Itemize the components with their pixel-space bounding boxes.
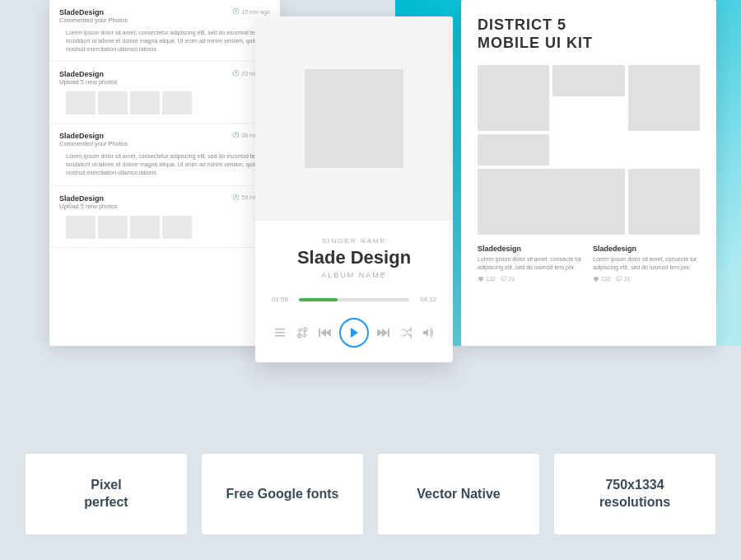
district-image-grid bbox=[478, 65, 700, 235]
post-stats: 132 21 bbox=[593, 276, 700, 282]
svg-rect-9 bbox=[388, 329, 389, 337]
feed-item: SladeDesign Upload 5 new photos 🕐 23 min… bbox=[49, 62, 280, 124]
feed-image-thumb bbox=[98, 91, 128, 114]
feed-image-thumb bbox=[162, 91, 192, 114]
post-author: Sladedesign bbox=[478, 245, 585, 253]
feed-item-header: SladeDesign Upload 5 new photos 🕐 23 min… bbox=[59, 70, 270, 86]
list-button[interactable] bbox=[272, 324, 288, 341]
district-image bbox=[478, 134, 549, 166]
social-feed-wrapper: SladeDesign Commented your Photos 🕐 15 m… bbox=[25, 0, 255, 346]
post-stats: 132 21 bbox=[478, 276, 585, 282]
singer-name: Slade Design bbox=[272, 248, 436, 268]
progress-bar-fill bbox=[299, 298, 338, 301]
svg-rect-11 bbox=[501, 277, 506, 280]
district-title-line1: DISTRICT 5 bbox=[478, 16, 566, 33]
district-posts: Sladedesign Lorem ipsum dolor sit amet, … bbox=[478, 245, 700, 282]
feed-item: SladeDesign Commented your Photos 🕐 15 m… bbox=[49, 0, 280, 62]
feature-box-label: Pixelperfect bbox=[84, 477, 128, 511]
feed-image-thumb bbox=[98, 216, 128, 239]
feed-action: Commented your Photos bbox=[59, 140, 128, 147]
feature-box-label: Free Google fonts bbox=[226, 486, 339, 503]
clock-icon: 🕐 bbox=[232, 8, 240, 15]
feed-username: SladeDesign bbox=[59, 8, 128, 16]
comments-count: 21 bbox=[624, 276, 631, 282]
district-image bbox=[478, 169, 625, 235]
feature-box-label: Vector Native bbox=[417, 486, 500, 503]
district-title-line2: MOBILE UI KIT bbox=[478, 35, 593, 51]
feed-username: SladeDesign bbox=[59, 70, 117, 78]
player-info: SINGER NAME Slade Design Album name bbox=[255, 221, 453, 287]
feed-item-header: SladeDesign Commented your Photos 🕐 38 m… bbox=[59, 132, 270, 147]
progress-bar[interactable] bbox=[299, 298, 409, 301]
volume-button[interactable] bbox=[420, 324, 436, 341]
svg-marker-7 bbox=[382, 329, 388, 337]
post-text: Lorem ipsum dolor sit amet, consecte tur… bbox=[593, 255, 700, 272]
feature-boxes: Pixelperfect Free Google fonts Vector Na… bbox=[25, 453, 716, 535]
feed-timeline bbox=[43, 8, 44, 338]
feed-action: Upload 5 new photos bbox=[59, 78, 117, 86]
likes-count: 132 bbox=[486, 276, 496, 282]
feed-username: SladeDesign bbox=[59, 132, 128, 140]
clock-icon: 🕐 bbox=[232, 70, 240, 77]
svg-rect-12 bbox=[617, 277, 622, 280]
svg-rect-2 bbox=[275, 335, 285, 337]
likes-count: 132 bbox=[601, 276, 611, 282]
player-progress: 01:58 04:12 bbox=[255, 287, 453, 311]
feature-box-pixel-perfect: Pixelperfect bbox=[25, 453, 188, 535]
post-text: Lorem ipsum dolor sit amet, consecte tur… bbox=[478, 255, 585, 272]
music-player-panel: SINGER NAME Slade Design Album name 01:5… bbox=[255, 16, 453, 362]
feed-item: SladeDesign Upload 5 new photos 🕐 53 min… bbox=[49, 186, 280, 248]
feed-image-thumb bbox=[130, 216, 160, 239]
time-total: 04:12 bbox=[416, 296, 436, 303]
play-button[interactable] bbox=[339, 318, 369, 348]
repeat-button[interactable] bbox=[294, 324, 310, 341]
post-likes: 132 bbox=[593, 276, 611, 282]
clock-icon: 🕐 bbox=[232, 194, 240, 201]
feed-user-info: SladeDesign Upload 5 new photos bbox=[59, 70, 117, 86]
comments-count: 21 bbox=[509, 276, 515, 282]
player-controls bbox=[255, 311, 453, 362]
svg-marker-4 bbox=[325, 329, 331, 337]
feed-image-thumb bbox=[130, 91, 160, 114]
feed-item-header: SladeDesign Commented your Photos 🕐 15 m… bbox=[59, 8, 270, 24]
feed-action: Commented your Photos bbox=[59, 16, 128, 24]
player-album-art-area bbox=[255, 16, 453, 221]
feature-box-resolutions: 750x1334resolutions bbox=[553, 453, 716, 535]
svg-marker-6 bbox=[351, 328, 358, 338]
svg-marker-3 bbox=[320, 329, 326, 337]
post-author: Sladedesign bbox=[593, 245, 700, 253]
album-art bbox=[305, 69, 403, 168]
district-post: Sladedesign Lorem ipsum dolor sit amet, … bbox=[593, 245, 700, 282]
next-button[interactable] bbox=[375, 324, 391, 341]
feed-item-text: Lorem ipsum dolor sit amet, consectetur … bbox=[59, 152, 270, 176]
svg-marker-8 bbox=[377, 329, 383, 337]
feed-time: 🕐 15 min ago bbox=[232, 8, 270, 15]
post-comments: 21 bbox=[501, 276, 515, 282]
feature-box-label: 750x1334resolutions bbox=[599, 477, 670, 511]
feed-action: Upload 5 new photos bbox=[59, 203, 117, 210]
social-feed-panel: SladeDesign Commented your Photos 🕐 15 m… bbox=[49, 0, 280, 346]
post-comments: 21 bbox=[616, 276, 631, 282]
clock-icon: 🕐 bbox=[232, 132, 240, 138]
district-image bbox=[628, 65, 700, 131]
svg-marker-10 bbox=[423, 329, 428, 337]
feed-images bbox=[59, 91, 270, 114]
feature-box-google-fonts: Free Google fonts bbox=[201, 453, 364, 535]
feed-image-thumb bbox=[66, 216, 96, 239]
feed-image-thumb bbox=[66, 91, 96, 114]
feed-item-header: SladeDesign Upload 5 new photos 🕐 53 min… bbox=[59, 194, 270, 210]
feed-user-info: SladeDesign Upload 5 new photos bbox=[59, 194, 117, 210]
time-current: 01:58 bbox=[272, 296, 292, 303]
feed-time-value: 15 min ago bbox=[241, 9, 270, 15]
prev-button[interactable] bbox=[317, 324, 333, 341]
feature-box-vector-native: Vector Native bbox=[377, 453, 540, 535]
svg-rect-0 bbox=[275, 329, 285, 330]
district-panel: DISTRICT 5 MOBILE UI KIT Sladedesign Lor… bbox=[461, 0, 716, 346]
district-image bbox=[628, 169, 700, 235]
feed-user-info: SladeDesign Commented your Photos bbox=[59, 8, 128, 24]
shuffle-button[interactable] bbox=[398, 324, 414, 341]
singer-label: SINGER NAME bbox=[272, 237, 436, 245]
feed-item-text: Lorem ipsum dolor sit amet, consectetur … bbox=[59, 29, 270, 53]
district-image bbox=[552, 65, 624, 96]
post-likes: 132 bbox=[478, 276, 496, 282]
